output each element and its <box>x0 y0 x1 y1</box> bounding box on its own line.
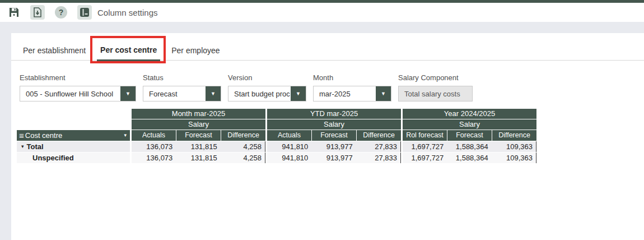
toolbar-title: Column settings <box>97 8 158 17</box>
tab-bar: Per establishment Per cost centre Per em… <box>11 33 644 61</box>
dropdown-value: Start budget proc <box>228 86 291 101</box>
column-settings-button[interactable] <box>77 5 92 20</box>
column-header-cell[interactable]: Difference <box>492 130 536 141</box>
row-label: Unspecified <box>17 153 74 163</box>
group-data-segment: 941,810913,97727,833 <box>267 153 401 163</box>
value-cell: 136,073 <box>132 153 176 163</box>
value-cell: 4,258 <box>221 153 265 163</box>
group-segment: Rol forecastForecastDifference <box>403 130 536 141</box>
tab-per-cost-centre[interactable]: Per cost centre <box>97 42 160 61</box>
column-header-cell[interactable]: Forecast <box>312 130 356 141</box>
group-segment: Month mar-2025 <box>132 109 265 119</box>
group-sub-cell: Salary <box>132 119 265 130</box>
tab-per-employee[interactable]: Per employee <box>168 43 223 60</box>
value-cell: 941,810 <box>267 141 311 152</box>
table-row: ▾Total136,073131,8154,258941,810913,9772… <box>17 141 536 152</box>
filter-bar: Establishment 005 - Sunflower Hill Schoo… <box>20 73 644 101</box>
group-data-segment: 136,073131,8154,258 <box>132 141 265 152</box>
menu-icon[interactable]: ≡ <box>19 130 24 141</box>
row-header-spacer <box>17 119 130 130</box>
chevron-down-icon: ▼ <box>125 91 130 96</box>
filter-label: Status <box>143 73 221 82</box>
group-data-segment: 136,073131,8154,258 <box>132 153 265 163</box>
column-header-cell[interactable]: Actuals <box>132 130 176 141</box>
group-segment: ActualsForecastDifference <box>132 130 265 141</box>
data-table: Month mar-2025YTD mar-2025Year 2024/2025… <box>17 109 536 163</box>
row-label-cell: Unspecified <box>17 153 130 163</box>
group-data-segment: 1,697,7271,588,364109,363 <box>403 141 536 152</box>
table-column-header-row: ≡Cost centre▾ActualsForecastDifferenceAc… <box>17 130 536 141</box>
filter-version: Version Start budget proc ▼ <box>228 73 306 101</box>
group-segment: YTD mar-2025 <box>267 109 401 119</box>
dropdown-value: Forecast <box>143 86 206 101</box>
filter-month: Month mar-2025 ▼ <box>313 73 391 101</box>
tab-per-establishment[interactable]: Per establishment <box>20 43 89 60</box>
save-icon <box>8 7 20 18</box>
row-header-spacer <box>17 109 130 119</box>
value-cell: 27,833 <box>356 153 400 163</box>
table-subheader-row: SalarySalarySalary <box>17 119 536 130</box>
group-segment: Salary <box>403 119 536 130</box>
chevron-down-icon: ▼ <box>211 91 216 96</box>
filter-status: Status Forecast ▼ <box>143 73 221 101</box>
value-cell: 1,697,727 <box>403 153 447 163</box>
column-header-cell[interactable]: Actuals <box>267 130 311 141</box>
value-cell: 1,588,364 <box>447 153 491 163</box>
value-cell: 131,815 <box>176 141 220 152</box>
cost-centre-header[interactable]: ≡Cost centre▾ <box>17 130 130 141</box>
group-segment: Salary <box>267 119 401 130</box>
dropdown-value: mar-2025 <box>314 86 376 101</box>
establishment-dropdown[interactable]: 005 - Sunflower Hill School ▼ <box>20 86 136 101</box>
group-segment: Year 2024/2025 <box>403 109 536 119</box>
value-cell: 941,810 <box>267 153 311 163</box>
table-row: Unspecified136,073131,8154,258941,810913… <box>17 153 536 163</box>
column-header-cell[interactable]: Forecast <box>176 130 221 141</box>
dropdown-button[interactable]: ▼ <box>120 86 136 101</box>
dropdown-button[interactable]: ▼ <box>206 86 221 101</box>
column-header-cell[interactable]: Rol forecast <box>403 130 447 141</box>
column-header-cell[interactable]: Difference <box>221 130 265 141</box>
group-sub-cell: Salary <box>403 119 536 130</box>
dropdown-value: 005 - Sunflower Hill School <box>20 86 120 101</box>
filter-salary-component: Salary Component Total salary costs <box>398 73 473 101</box>
tab-label: Per cost centre <box>100 45 157 54</box>
expand-collapse-icon[interactable]: ▾ <box>21 141 24 152</box>
month-dropdown[interactable]: mar-2025 ▼ <box>313 86 391 101</box>
toolbar: ? Column settings <box>0 3 644 22</box>
value-cell: 136,073 <box>132 141 176 152</box>
value-cell: 131,815 <box>176 153 220 163</box>
salary-component-field: Total salary costs <box>398 86 473 101</box>
filter-label: Establishment <box>20 73 136 82</box>
group-sub-cell: Salary <box>267 119 401 130</box>
chevron-down-icon: ▼ <box>296 91 301 96</box>
filter-label: Month <box>313 73 391 82</box>
group-segment: ActualsForecastDifference <box>267 130 401 141</box>
dropdown-button[interactable]: ▼ <box>376 86 391 101</box>
row-label: Total <box>27 141 44 152</box>
group-title-cell: Year 2024/2025 <box>403 109 536 119</box>
value-cell: 913,977 <box>311 153 356 163</box>
chevron-down-icon[interactable]: ▾ <box>124 130 127 141</box>
save-button[interactable] <box>7 5 21 20</box>
value-cell: 1,697,727 <box>403 141 447 152</box>
status-dropdown[interactable]: Forecast ▼ <box>143 86 221 101</box>
filter-establishment: Establishment 005 - Sunflower Hill Schoo… <box>20 73 136 101</box>
group-data-segment: 941,810913,97727,833 <box>267 141 401 152</box>
filter-label: Version <box>228 73 306 82</box>
column-header-cell[interactable]: Forecast <box>447 130 492 141</box>
value-cell: 1,588,364 <box>447 141 491 152</box>
workspace-background: Per establishment Per cost centre Per em… <box>0 22 644 240</box>
group-segment: Salary <box>132 119 265 130</box>
content-panel: Per establishment Per cost centre Per em… <box>11 33 644 240</box>
version-dropdown[interactable]: Start budget proc ▼ <box>228 86 306 101</box>
filter-label: Salary Component <box>398 73 473 82</box>
dropdown-button[interactable]: ▼ <box>291 86 306 101</box>
export-button[interactable] <box>30 5 45 20</box>
help-button[interactable]: ? <box>54 5 68 20</box>
row-label-cell: ▾Total <box>17 141 130 152</box>
help-icon: ? <box>55 6 67 19</box>
value-cell: 913,977 <box>311 141 356 152</box>
group-title-cell: YTD mar-2025 <box>267 109 401 119</box>
cost-centre-header-label: Cost centre <box>25 130 124 141</box>
column-header-cell[interactable]: Difference <box>357 130 401 141</box>
